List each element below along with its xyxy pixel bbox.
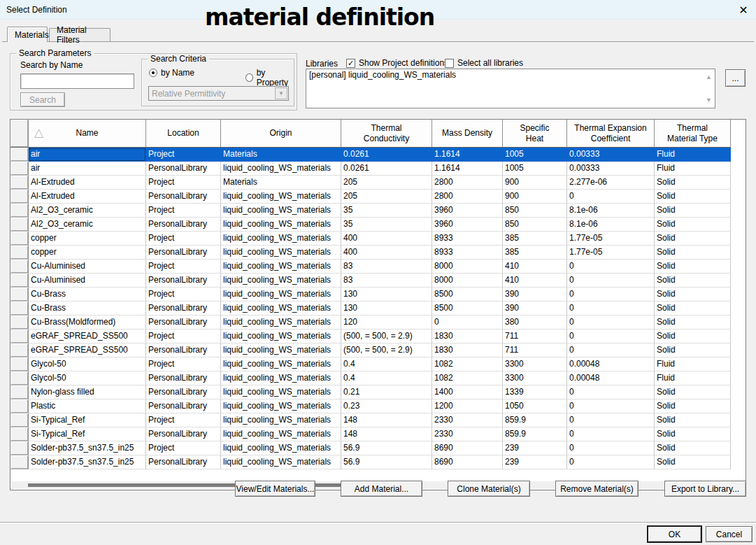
- row-selector[interactable]: [10, 344, 29, 358]
- table-cell[interactable]: 859.9: [503, 427, 567, 441]
- browse-libraries-button[interactable]: ...: [725, 69, 746, 87]
- select-all-corner[interactable]: [10, 120, 29, 148]
- table-cell[interactable]: 0: [567, 455, 655, 469]
- table-cell[interactable]: Project: [146, 330, 221, 344]
- table-cell[interactable]: 0.21: [341, 385, 432, 399]
- table-cell[interactable]: Solid: [655, 204, 731, 218]
- table-cell[interactable]: Project: [146, 204, 221, 218]
- table-cell[interactable]: Solid: [655, 232, 731, 246]
- table-cell[interactable]: Si-Typical_Ref: [29, 427, 146, 441]
- table-row[interactable]: Cu-BrassProjectliquid_cooling_WS_materia…: [10, 288, 746, 302]
- table-cell[interactable]: 1.1614: [432, 148, 503, 162]
- table-cell[interactable]: 8.1e-06: [567, 204, 655, 218]
- table-cell[interactable]: 2800: [432, 190, 503, 204]
- row-selector[interactable]: [10, 358, 29, 371]
- table-cell[interactable]: liquid_cooling_WS_materials: [221, 344, 341, 358]
- row-selector[interactable]: [10, 330, 29, 344]
- table-cell[interactable]: 385: [503, 232, 567, 246]
- table-cell[interactable]: PersonalLibrary: [146, 455, 221, 469]
- row-selector[interactable]: [10, 274, 29, 288]
- table-cell[interactable]: 120: [341, 316, 432, 330]
- table-cell[interactable]: 1005: [503, 148, 567, 162]
- table-cell[interactable]: 2.277e-06: [567, 176, 655, 190]
- row-selector[interactable]: [10, 232, 29, 246]
- row-selector[interactable]: [10, 399, 29, 413]
- table-cell[interactable]: 1.77e-05: [567, 232, 655, 246]
- table-cell[interactable]: liquid_cooling_WS_materials: [221, 260, 341, 274]
- property-select[interactable]: Relative Permittivity ▼: [148, 86, 289, 101]
- table-cell[interactable]: Solder-pb37.5_sn37.5_in25: [29, 441, 146, 455]
- table-cell[interactable]: liquid_cooling_WS_materials: [221, 427, 341, 441]
- row-selector[interactable]: [10, 413, 29, 427]
- table-row[interactable]: Al-ExtrudedPersonalLibraryliquid_cooling…: [10, 190, 746, 204]
- clone-material-button[interactable]: Clone Material(s): [448, 481, 530, 497]
- table-cell[interactable]: Plastic: [29, 399, 146, 413]
- table-cell[interactable]: Solid: [655, 176, 731, 190]
- table-cell[interactable]: 1.77e-05: [567, 246, 655, 260]
- tab-materials[interactable]: Materials: [7, 27, 48, 42]
- search-input[interactable]: [20, 73, 134, 89]
- table-cell[interactable]: PersonalLibrary: [146, 399, 221, 413]
- table-cell[interactable]: Solid: [655, 385, 731, 399]
- row-selector[interactable]: [10, 302, 29, 316]
- table-cell[interactable]: Project: [146, 148, 221, 162]
- table-cell[interactable]: 0: [567, 274, 655, 288]
- table-cell[interactable]: 0.00048: [567, 358, 655, 371]
- table-row[interactable]: airProjectMaterials0.02611.161410050.003…: [10, 148, 746, 162]
- row-selector[interactable]: [10, 148, 29, 162]
- scrollbar-thumb[interactable]: [28, 483, 389, 487]
- table-cell[interactable]: 0: [567, 302, 655, 316]
- table-cell[interactable]: liquid_cooling_WS_materials: [221, 455, 341, 469]
- table-cell[interactable]: 205: [341, 190, 432, 204]
- table-cell[interactable]: Cu-Aluminised: [29, 260, 146, 274]
- table-row[interactable]: Cu-Brass(Moldformed)PersonalLibraryliqui…: [10, 316, 746, 330]
- table-cell[interactable]: Solid: [655, 455, 731, 469]
- row-selector[interactable]: [10, 288, 29, 302]
- table-cell[interactable]: 859.9: [503, 413, 567, 427]
- chevron-down-icon[interactable]: ▼: [275, 87, 287, 99]
- table-cell[interactable]: 0.0261: [341, 162, 432, 176]
- table-cell[interactable]: Solid: [655, 316, 731, 330]
- table-cell[interactable]: Solid: [655, 274, 731, 288]
- table-cell[interactable]: liquid_cooling_WS_materials: [221, 218, 341, 232]
- table-cell[interactable]: PersonalLibrary: [146, 190, 221, 204]
- table-cell[interactable]: Solid: [655, 399, 731, 413]
- select-all-libraries-checkbox[interactable]: ✓ Select all libraries: [445, 58, 523, 68]
- table-cell[interactable]: 0.00048: [567, 371, 655, 385]
- table-row[interactable]: Cu-AluminisedPersonalLibraryliquid_cooli…: [10, 274, 746, 288]
- table-cell[interactable]: liquid_cooling_WS_materials: [221, 190, 341, 204]
- ok-button[interactable]: OK: [648, 526, 701, 542]
- table-cell[interactable]: Al-Extruded: [29, 176, 146, 190]
- table-cell[interactable]: 711: [503, 330, 567, 344]
- table-cell[interactable]: 0: [567, 413, 655, 427]
- table-cell[interactable]: 3300: [503, 371, 567, 385]
- table-cell[interactable]: 8.1e-06: [567, 218, 655, 232]
- export-to-library-button[interactable]: Export to Library...: [664, 481, 746, 497]
- table-row[interactable]: eGRAF_SPREAD_SS500PersonalLibraryliquid_…: [10, 344, 746, 358]
- table-cell[interactable]: 1050: [503, 399, 567, 413]
- table-cell[interactable]: Solid: [655, 427, 731, 441]
- column-header[interactable]: Thermal ExpansionCoefficient: [567, 120, 655, 148]
- table-cell[interactable]: liquid_cooling_WS_materials: [221, 330, 341, 344]
- table-cell[interactable]: 1200: [432, 399, 503, 413]
- show-project-definitions-checkbox[interactable]: ✓ Show Project definitions: [346, 58, 448, 68]
- table-cell[interactable]: Fluid: [655, 162, 731, 176]
- table-row[interactable]: airPersonalLibraryliquid_cooling_WS_mate…: [10, 162, 746, 176]
- radio-by-property[interactable]: by Property: [245, 68, 294, 87]
- table-cell[interactable]: 2330: [432, 413, 503, 427]
- table-cell[interactable]: 0: [567, 260, 655, 274]
- table-cell[interactable]: eGRAF_SPREAD_SS500: [29, 344, 146, 358]
- table-cell[interactable]: 8933: [432, 232, 503, 246]
- table-cell[interactable]: liquid_cooling_WS_materials: [221, 385, 341, 399]
- table-cell[interactable]: eGRAF_SPREAD_SS500: [29, 330, 146, 344]
- table-cell[interactable]: 1830: [432, 330, 503, 344]
- table-cell[interactable]: liquid_cooling_WS_materials: [221, 302, 341, 316]
- table-cell[interactable]: Solid: [655, 218, 731, 232]
- table-cell[interactable]: 1.1614: [432, 162, 503, 176]
- close-icon[interactable]: ✕: [735, 2, 752, 17]
- table-cell[interactable]: Solid: [655, 246, 731, 260]
- table-cell[interactable]: 239: [503, 441, 567, 455]
- table-cell[interactable]: 35: [341, 204, 432, 218]
- table-cell[interactable]: liquid_cooling_WS_materials: [221, 246, 341, 260]
- table-cell[interactable]: 148: [341, 413, 432, 427]
